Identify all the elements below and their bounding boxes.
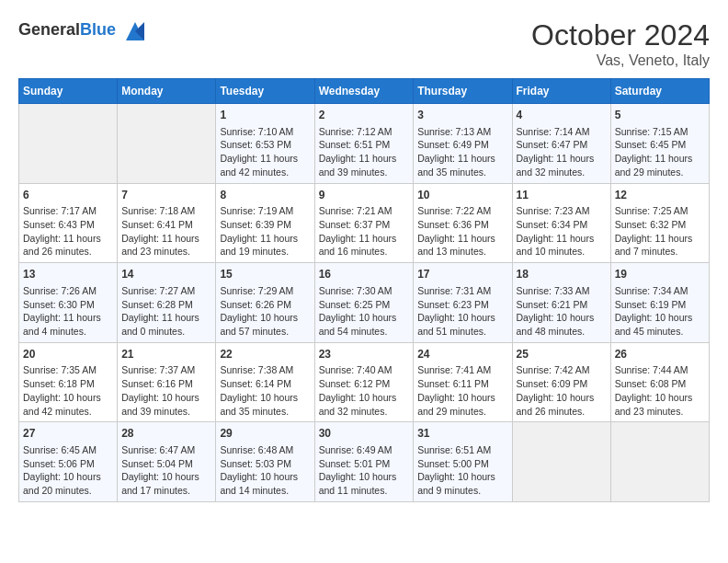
weekday-header-wednesday: Wednesday — [314, 79, 414, 104]
logo: GeneralBlue — [18, 18, 148, 44]
day-info: Sunrise: 7:38 AMSunset: 6:14 PMDaylight:… — [220, 363, 310, 418]
calendar-cell: 30Sunrise: 6:49 AMSunset: 5:01 PMDayligh… — [314, 422, 414, 502]
title-block: October 2024 Vas, Veneto, Italy — [531, 18, 710, 69]
day-number: 1 — [220, 108, 310, 123]
day-number: 31 — [417, 426, 507, 442]
calendar-cell: 27Sunrise: 6:45 AMSunset: 5:06 PMDayligh… — [19, 422, 118, 502]
day-info: Sunrise: 6:51 AMSunset: 5:00 PMDaylight:… — [417, 443, 507, 498]
weekday-header-thursday: Thursday — [414, 79, 512, 104]
day-info: Sunrise: 7:18 AMSunset: 6:41 PMDaylight:… — [121, 204, 211, 259]
day-number: 9 — [319, 188, 410, 203]
day-info: Sunrise: 7:25 AMSunset: 6:32 PMDaylight:… — [615, 204, 705, 259]
day-number: 23 — [319, 347, 410, 362]
logo-blue: Blue — [80, 20, 116, 39]
month-title: October 2024 — [531, 18, 710, 52]
calendar-cell: 2Sunrise: 7:12 AMSunset: 6:51 PMDaylight… — [314, 104, 414, 184]
day-number: 4 — [517, 108, 607, 123]
day-number: 27 — [23, 426, 113, 442]
day-number: 16 — [319, 267, 410, 282]
calendar-cell: 5Sunrise: 7:15 AMSunset: 6:45 PMDaylight… — [610, 104, 709, 184]
calendar-week-row: 13Sunrise: 7:26 AMSunset: 6:30 PMDayligh… — [19, 263, 710, 343]
calendar-cell: 22Sunrise: 7:38 AMSunset: 6:14 PMDayligh… — [216, 342, 314, 422]
day-info: Sunrise: 7:30 AMSunset: 6:25 PMDaylight:… — [319, 284, 410, 339]
calendar-week-row: 20Sunrise: 7:35 AMSunset: 6:18 PMDayligh… — [19, 342, 710, 422]
day-info: Sunrise: 7:33 AMSunset: 6:21 PMDaylight:… — [517, 284, 607, 339]
calendar-table: SundayMondayTuesdayWednesdayThursdayFrid… — [18, 78, 710, 502]
day-info: Sunrise: 7:31 AMSunset: 6:23 PMDaylight:… — [417, 284, 507, 339]
weekday-header-tuesday: Tuesday — [216, 79, 314, 104]
day-info: Sunrise: 7:17 AMSunset: 6:43 PMDaylight:… — [23, 204, 113, 259]
calendar-cell: 12Sunrise: 7:25 AMSunset: 6:32 PMDayligh… — [610, 183, 709, 263]
logo-general: General — [18, 20, 80, 39]
day-info: Sunrise: 6:49 AMSunset: 5:01 PMDaylight:… — [319, 443, 410, 498]
calendar-cell: 14Sunrise: 7:27 AMSunset: 6:28 PMDayligh… — [118, 263, 216, 343]
day-info: Sunrise: 7:44 AMSunset: 6:08 PMDaylight:… — [615, 363, 705, 418]
calendar-cell — [118, 104, 216, 184]
calendar-cell: 26Sunrise: 7:44 AMSunset: 6:08 PMDayligh… — [610, 342, 709, 422]
day-number: 29 — [220, 426, 310, 442]
day-number: 5 — [615, 108, 705, 123]
day-info: Sunrise: 7:35 AMSunset: 6:18 PMDaylight:… — [23, 363, 113, 418]
day-number: 20 — [23, 347, 113, 362]
day-number: 15 — [220, 267, 310, 282]
day-number: 6 — [23, 188, 113, 203]
day-number: 11 — [517, 188, 607, 203]
day-number: 12 — [615, 188, 705, 203]
day-number: 18 — [517, 267, 607, 282]
calendar-week-row: 6Sunrise: 7:17 AMSunset: 6:43 PMDaylight… — [19, 183, 710, 263]
day-info: Sunrise: 7:34 AMSunset: 6:19 PMDaylight:… — [615, 284, 705, 339]
day-number: 10 — [417, 188, 507, 203]
day-number: 28 — [121, 426, 211, 442]
calendar-week-row: 1Sunrise: 7:10 AMSunset: 6:53 PMDaylight… — [19, 104, 710, 184]
day-number: 14 — [121, 267, 211, 282]
calendar-cell — [19, 104, 118, 184]
day-number: 26 — [615, 347, 705, 362]
day-number: 21 — [121, 347, 211, 362]
weekday-header-row: SundayMondayTuesdayWednesdayThursdayFrid… — [19, 79, 710, 104]
day-info: Sunrise: 7:42 AMSunset: 6:09 PMDaylight:… — [517, 363, 607, 418]
logo-icon — [122, 18, 148, 44]
day-info: Sunrise: 7:12 AMSunset: 6:51 PMDaylight:… — [319, 125, 410, 179]
day-number: 8 — [220, 188, 310, 203]
calendar-cell: 7Sunrise: 7:18 AMSunset: 6:41 PMDaylight… — [118, 183, 216, 263]
day-number: 22 — [220, 347, 310, 362]
calendar-cell: 11Sunrise: 7:23 AMSunset: 6:34 PMDayligh… — [512, 183, 610, 263]
calendar-cell: 8Sunrise: 7:19 AMSunset: 6:39 PMDaylight… — [216, 183, 314, 263]
day-number: 24 — [417, 347, 507, 362]
day-info: Sunrise: 7:19 AMSunset: 6:39 PMDaylight:… — [220, 204, 310, 259]
day-info: Sunrise: 7:23 AMSunset: 6:34 PMDaylight:… — [517, 204, 607, 259]
calendar-cell: 31Sunrise: 6:51 AMSunset: 5:00 PMDayligh… — [414, 422, 512, 502]
day-info: Sunrise: 7:22 AMSunset: 6:36 PMDaylight:… — [417, 204, 507, 259]
calendar-cell — [610, 422, 709, 502]
day-info: Sunrise: 6:48 AMSunset: 5:03 PMDaylight:… — [220, 443, 310, 498]
day-info: Sunrise: 7:27 AMSunset: 6:28 PMDaylight:… — [121, 284, 211, 339]
day-info: Sunrise: 7:41 AMSunset: 6:11 PMDaylight:… — [417, 363, 507, 418]
weekday-header-sunday: Sunday — [19, 79, 118, 104]
day-number: 13 — [23, 267, 113, 282]
weekday-header-friday: Friday — [512, 79, 610, 104]
day-info: Sunrise: 7:29 AMSunset: 6:26 PMDaylight:… — [220, 284, 310, 339]
calendar-cell: 28Sunrise: 6:47 AMSunset: 5:04 PMDayligh… — [118, 422, 216, 502]
calendar-cell: 16Sunrise: 7:30 AMSunset: 6:25 PMDayligh… — [314, 263, 414, 343]
day-number: 19 — [615, 267, 705, 282]
calendar-cell: 19Sunrise: 7:34 AMSunset: 6:19 PMDayligh… — [610, 263, 709, 343]
day-info: Sunrise: 6:45 AMSunset: 5:06 PMDaylight:… — [23, 443, 113, 498]
weekday-header-monday: Monday — [118, 79, 216, 104]
calendar-cell: 18Sunrise: 7:33 AMSunset: 6:21 PMDayligh… — [512, 263, 610, 343]
day-info: Sunrise: 7:21 AMSunset: 6:37 PMDaylight:… — [319, 204, 410, 259]
calendar-cell — [512, 422, 610, 502]
day-info: Sunrise: 7:37 AMSunset: 6:16 PMDaylight:… — [121, 363, 211, 418]
calendar-cell: 25Sunrise: 7:42 AMSunset: 6:09 PMDayligh… — [512, 342, 610, 422]
day-number: 17 — [417, 267, 507, 282]
day-info: Sunrise: 6:47 AMSunset: 5:04 PMDaylight:… — [121, 443, 211, 498]
day-number: 25 — [517, 347, 607, 362]
day-number: 7 — [121, 188, 211, 203]
calendar-cell: 4Sunrise: 7:14 AMSunset: 6:47 PMDaylight… — [512, 104, 610, 184]
weekday-header-saturday: Saturday — [610, 79, 709, 104]
calendar-cell: 9Sunrise: 7:21 AMSunset: 6:37 PMDaylight… — [314, 183, 414, 263]
calendar-cell: 21Sunrise: 7:37 AMSunset: 6:16 PMDayligh… — [118, 342, 216, 422]
day-info: Sunrise: 7:15 AMSunset: 6:45 PMDaylight:… — [615, 125, 705, 179]
day-number: 2 — [319, 108, 410, 123]
location-title: Vas, Veneto, Italy — [531, 52, 710, 69]
calendar-week-row: 27Sunrise: 6:45 AMSunset: 5:06 PMDayligh… — [19, 422, 710, 502]
